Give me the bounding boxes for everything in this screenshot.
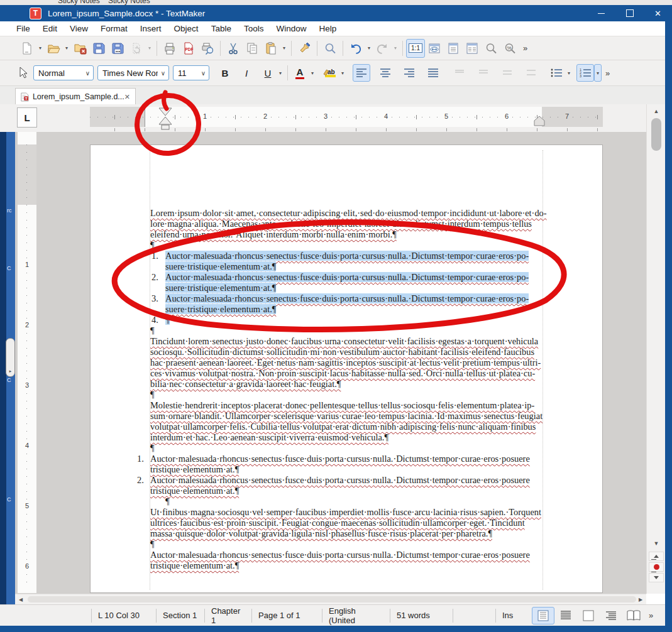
numbered-list-item: 3. Auctor·malesuada·rhoncus·senectus·fus…: [150, 293, 553, 315]
menu-view[interactable]: View: [63, 23, 94, 35]
align-center-button[interactable]: [377, 64, 394, 82]
view-book-button[interactable]: [622, 607, 645, 624]
numbered-list-item: 4. ¶: [150, 315, 553, 325]
numbered-list-button[interactable]: 123: [576, 64, 594, 82]
new-document-button[interactable]: [18, 39, 36, 58]
view-columns-button[interactable]: [463, 39, 482, 58]
vertical-ruler[interactable]: 1 2 3 4 5 6: [18, 132, 36, 593]
menu-tools[interactable]: Tools: [238, 23, 270, 35]
horizontal-scrollbar[interactable]: ◀ ▶: [15, 594, 646, 604]
empty-paragraph-mark: ¶: [165, 496, 553, 507]
text-line: eleifend·urna·porttitor.·Aliquet·interdu…: [150, 229, 553, 240]
paragraph-style-combo[interactable]: Normal∨: [33, 65, 94, 80]
font-color-dropdown[interactable]: ▾: [309, 63, 316, 82]
list-number: 4.: [151, 315, 158, 325]
highlight-dropdown[interactable]: ▾: [339, 63, 346, 82]
chevron-down-icon: ∨: [158, 70, 168, 77]
horizontal-ruler[interactable]: 1 2 3 4 5 6 7: [90, 107, 603, 127]
toolbar-overflow-button[interactable]: »: [605, 68, 610, 78]
undo-dropdown[interactable]: ▾: [365, 39, 373, 58]
toolbar-overflow-button[interactable]: »: [523, 43, 527, 53]
highlight-button[interactable]: ab: [321, 64, 339, 82]
close-button[interactable]: ✕: [644, 5, 672, 21]
paste-button[interactable]: [262, 39, 280, 58]
italic-button[interactable]: I: [238, 64, 255, 82]
cursor-position: L 10 Col 30: [91, 609, 156, 623]
pdf-icon: PDF: [182, 41, 196, 55]
copy-button[interactable]: [243, 39, 262, 58]
bullet-list-dropdown[interactable]: ▾: [565, 63, 573, 82]
cut-button[interactable]: [224, 39, 243, 58]
menu-window[interactable]: Window: [270, 23, 312, 35]
bullet-list-button[interactable]: [548, 64, 565, 82]
close-document-button[interactable]: [70, 39, 89, 58]
justify-button[interactable]: [424, 64, 442, 82]
font-color-button[interactable]: A: [291, 64, 309, 82]
search-button[interactable]: [321, 39, 339, 58]
document-text[interactable]: Lorem·ipsum·dolor·sit·amet,·consectetur·…: [150, 208, 553, 571]
minimize-button[interactable]: [587, 5, 615, 21]
vertical-scrollbar[interactable]: ▲ ▼: [646, 104, 665, 594]
menu-insert[interactable]: Insert: [134, 23, 168, 35]
scroll-left-arrow[interactable]: ◀: [16, 596, 25, 603]
text-line: Tincidunt·lorem·senectus·justo·donec·fau…: [150, 336, 553, 347]
new-document-dropdown[interactable]: ▾: [36, 39, 44, 58]
browse-object-button[interactable]: [649, 562, 664, 572]
bold-button[interactable]: B: [216, 64, 234, 82]
zoom-button[interactable]: [482, 39, 500, 58]
zoom-percent-button[interactable]: %: [500, 39, 519, 58]
numbered-list-dropdown[interactable]: ▾: [594, 64, 602, 82]
menu-file[interactable]: File: [10, 23, 36, 35]
document-tab[interactable]: T Lorem_ipsum_Sample.d... ✕: [15, 88, 136, 105]
export-pdf-button[interactable]: PDF: [179, 39, 198, 58]
view-continuous-button[interactable]: [554, 607, 577, 624]
empty-paragraph-mark: ¶: [150, 390, 553, 400]
next-page-button[interactable]: [649, 573, 664, 582]
align-right-button[interactable]: [400, 64, 418, 82]
undo-button[interactable]: [346, 39, 365, 58]
open-button[interactable]: [44, 39, 63, 58]
view-page-button[interactable]: [444, 39, 463, 58]
format-painter-button[interactable]: [295, 39, 314, 58]
underline-dropdown[interactable]: ▾: [277, 63, 284, 82]
maximize-button[interactable]: [615, 5, 644, 21]
view-fit-width-button[interactable]: [425, 39, 444, 58]
align-left-button[interactable]: [353, 64, 370, 82]
scroll-down-arrow[interactable]: ▼: [649, 538, 663, 549]
font-size-combo[interactable]: 11∨: [173, 65, 209, 80]
view-outline-button[interactable]: [600, 607, 622, 624]
scroll-right-arrow[interactable]: ▶: [636, 596, 645, 603]
svg-text:3: 3: [580, 74, 581, 78]
document-icon: T: [21, 92, 29, 102]
horizontal-scrollbar-thumb[interactable]: [28, 596, 636, 602]
paste-dropdown[interactable]: ▾: [280, 39, 288, 58]
view-normal-button[interactable]: [532, 607, 554, 624]
pointer-tool-button[interactable]: [14, 64, 31, 82]
sidebar-collapse-handle[interactable]: ▸: [6, 338, 15, 377]
print-preview-button[interactable]: [198, 39, 217, 58]
zoom-100-button[interactable]: 1:1: [406, 39, 425, 58]
menu-help[interactable]: Help: [312, 23, 343, 35]
numbered-list-icon: 123: [578, 67, 592, 79]
menu-object[interactable]: Object: [168, 23, 205, 35]
selected-text: suere·tristique·elementum·at.¶: [165, 261, 276, 271]
menu-edit[interactable]: Edit: [36, 23, 63, 35]
view-layout-icon: [581, 609, 596, 622]
view-layout-button[interactable]: [577, 607, 600, 624]
print-button[interactable]: [160, 39, 179, 58]
vertical-scrollbar-thumb[interactable]: [651, 118, 661, 151]
document-page[interactable]: Lorem·ipsum·dolor·sit·amet,·consectetur·…: [90, 144, 603, 593]
menu-format[interactable]: Format: [94, 23, 134, 35]
tab-close-icon[interactable]: ✕: [124, 93, 130, 101]
open-dropdown[interactable]: ▾: [63, 39, 70, 58]
right-indent-marker[interactable]: [533, 116, 547, 127]
underline-button[interactable]: U: [259, 64, 277, 82]
save-button[interactable]: [89, 39, 108, 58]
previous-page-button[interactable]: [649, 552, 664, 561]
statusbar-overflow-button[interactable]: »: [649, 611, 653, 620]
menu-table[interactable]: Table: [205, 23, 238, 35]
font-name-combo[interactable]: Times New Roman∨: [97, 65, 169, 80]
tab-type-selector[interactable]: L: [17, 107, 37, 128]
scroll-up-arrow[interactable]: ▲: [649, 106, 663, 117]
save-all-button[interactable]: [108, 39, 127, 58]
